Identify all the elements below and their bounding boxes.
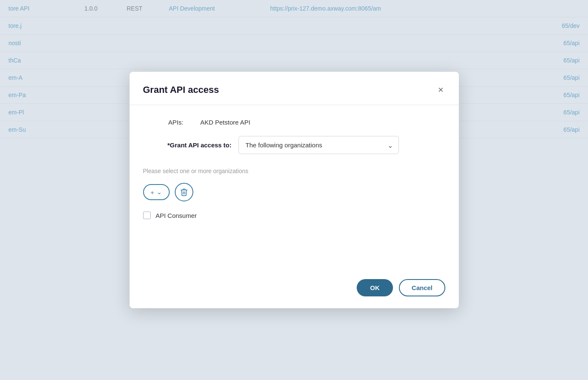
- grant-select-wrapper: The following organizations All organiza…: [238, 136, 399, 154]
- modal-footer: OK Cancel: [130, 271, 459, 308]
- api-consumer-checkbox[interactable]: [143, 212, 151, 219]
- modal-title: Grant API access: [143, 84, 219, 95]
- organizations-hint: Please select one or more organizations: [143, 168, 445, 174]
- grant-access-label: *Grant API access to:: [143, 141, 232, 149]
- plus-icon: +: [151, 189, 154, 196]
- apis-row: APIs: AKD Petstore API: [168, 119, 445, 126]
- cancel-button[interactable]: Cancel: [399, 279, 445, 296]
- checkbox-row: API Consumer: [143, 212, 445, 219]
- apis-label: APIs:: [168, 119, 194, 126]
- add-organization-button[interactable]: + ⌄: [143, 184, 170, 200]
- ok-button[interactable]: OK: [357, 279, 393, 296]
- action-buttons-row: + ⌄: [143, 183, 445, 201]
- apis-value: AKD Petstore API: [201, 119, 250, 126]
- modal-overlay: Grant API access × APIs: AKD Petstore AP…: [0, 0, 588, 380]
- grant-access-select[interactable]: The following organizations All organiza…: [238, 136, 399, 154]
- chevron-down-icon: ⌄: [157, 188, 162, 196]
- trash-icon: [180, 188, 188, 196]
- grant-access-row: *Grant API access to: The following orga…: [143, 136, 445, 154]
- close-button[interactable]: ×: [436, 84, 445, 96]
- modal-header: Grant API access ×: [130, 72, 459, 105]
- grant-api-access-modal: Grant API access × APIs: AKD Petstore AP…: [130, 72, 459, 308]
- modal-body: APIs: AKD Petstore API *Grant API access…: [130, 105, 459, 271]
- api-consumer-label: API Consumer: [156, 212, 197, 219]
- delete-organization-button[interactable]: [175, 183, 193, 201]
